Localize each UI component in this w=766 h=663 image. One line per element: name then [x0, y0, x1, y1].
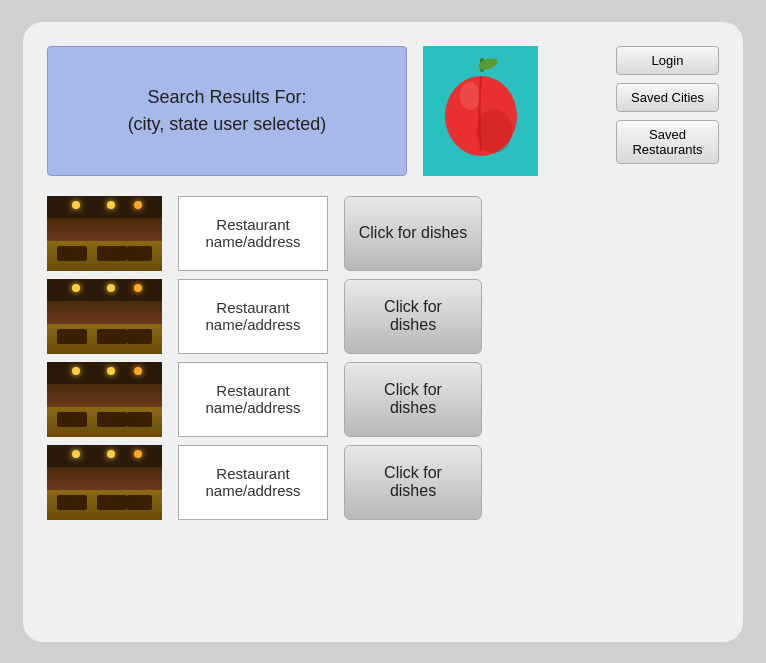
click-for-dishes-button-3[interactable]: Click fordishes [344, 362, 482, 437]
click-for-dishes-button-1[interactable]: Click for dishes [344, 196, 482, 271]
table-row: Restaurant name/address Click for dishes [47, 196, 719, 271]
saved-cities-button[interactable]: Saved Cities [616, 83, 719, 112]
restaurant-name-1: Restaurant name/address [178, 196, 328, 271]
login-button[interactable]: Login [616, 46, 719, 75]
restaurant-photo-3 [47, 362, 162, 437]
main-container: Search Results For:(city, state user sel… [23, 22, 743, 642]
click-for-dishes-button-2[interactable]: Click fordishes [344, 279, 482, 354]
table-row: Restaurant name/address Click fordishes [47, 362, 719, 437]
apple-image [423, 46, 538, 176]
top-buttons: Login Saved Cities SavedRestaurants [616, 46, 719, 164]
search-results-box: Search Results For:(city, state user sel… [47, 46, 407, 176]
search-results-text: Search Results For:(city, state user sel… [128, 84, 327, 138]
svg-point-3 [460, 82, 480, 110]
restaurant-name-4: Restaurant name/address [178, 445, 328, 520]
click-for-dishes-button-4[interactable]: Click fordishes [344, 445, 482, 520]
restaurant-photo-1 [47, 196, 162, 271]
apple-icon [436, 56, 526, 166]
restaurants-list: Restaurant name/address Click for dishes… [47, 196, 719, 520]
saved-restaurants-button[interactable]: SavedRestaurants [616, 120, 719, 164]
restaurant-photo-4 [47, 445, 162, 520]
restaurant-name-3: Restaurant name/address [178, 362, 328, 437]
restaurant-name-2: Restaurant name/address [178, 279, 328, 354]
restaurant-photo-2 [47, 279, 162, 354]
top-section: Search Results For:(city, state user sel… [47, 46, 719, 176]
table-row: Restaurant name/address Click fordishes [47, 279, 719, 354]
table-row: Restaurant name/address Click fordishes [47, 445, 719, 520]
